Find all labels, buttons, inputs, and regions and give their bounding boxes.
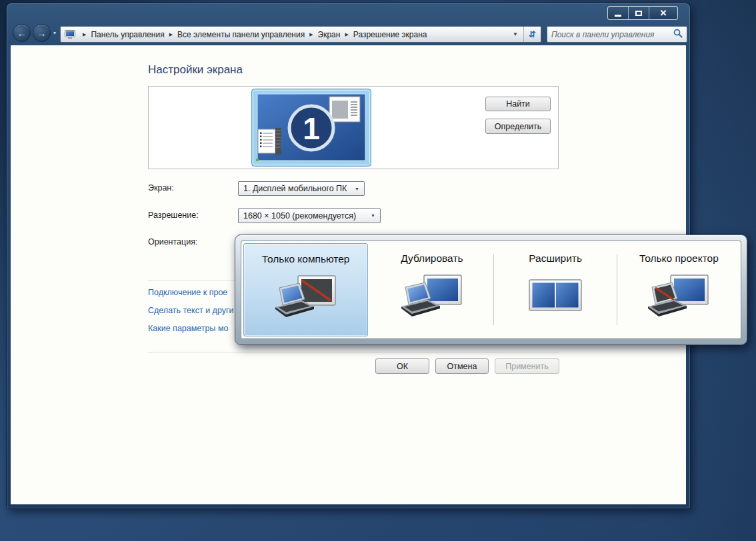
mode-computer-only-label: Только компьютер — [244, 253, 367, 265]
chevron-down-icon: ▼ — [355, 187, 359, 191]
address-dropdown-icon[interactable]: ▼ — [507, 31, 523, 37]
nav-buttons: ← → ▾ — [13, 24, 56, 42]
make-text-larger-link[interactable]: Сделать текст и други — [148, 306, 234, 315]
close-icon: ✕ — [660, 9, 667, 17]
disabled-laptop-with-monitor-icon — [644, 270, 713, 322]
projector-mode-panel: Только компьютер Дублировать — [235, 235, 747, 345]
screen-select-value: 1. Дисплей мобильного ПК — [243, 184, 347, 193]
window-controls: ✕ — [607, 6, 678, 20]
dual-monitor-icon — [521, 270, 590, 322]
resolution-select-value: 1680 × 1050 (рекомендуется) — [243, 211, 356, 221]
minimize-icon — [615, 15, 621, 17]
mode-computer-only[interactable]: Только компьютер — [243, 243, 368, 336]
breadcrumb-item-screen-resolution[interactable]: Разрешение экрана — [353, 30, 427, 39]
projector-mode-options: Только компьютер Дублировать — [241, 241, 741, 339]
resolution-select[interactable]: 1680 × 1050 (рекомендуется) ▼ — [238, 208, 381, 223]
back-arrow-icon: ← — [17, 28, 27, 39]
connect-projector-link[interactable]: Подключение к прое — [148, 288, 227, 297]
mode-projector-only-label: Только проектор — [617, 253, 741, 265]
display-settings-help-link[interactable]: Какие параметры мо — [148, 324, 229, 333]
titlebar[interactable]: ✕ — [7, 3, 690, 23]
breadcrumb-item-control-panel[interactable]: Панель управления — [91, 30, 164, 39]
laptop-with-disabled-monitor-icon — [271, 270, 341, 322]
breadcrumb-item-display[interactable]: Экран — [318, 30, 341, 39]
mode-duplicate[interactable]: Дублировать — [370, 241, 493, 338]
history-dropdown-icon[interactable]: ▾ — [53, 30, 56, 36]
forward-arrow-icon: → — [37, 28, 47, 39]
mode-extend[interactable]: Расширить — [494, 241, 617, 338]
monitor-1-preview-icon[interactable]: 1 — [251, 88, 372, 169]
forward-button[interactable]: → — [33, 24, 51, 42]
monitor-preview-box: 1 Найти Определить — [148, 86, 559, 169]
screen-select[interactable]: 1. Дисплей мобильного ПК ▼ — [238, 181, 365, 196]
search-icon[interactable] — [673, 29, 683, 41]
maximize-icon — [635, 11, 642, 16]
address-bar[interactable]: ▶ Панель управления ▶ Все элементы панел… — [60, 26, 541, 43]
screen-field-label: Экран: — [148, 183, 174, 193]
ok-button[interactable]: ОК — [375, 358, 429, 374]
close-button[interactable]: ✕ — [649, 7, 677, 19]
resolution-field-label: Разрешение: — [148, 211, 199, 220]
apply-button: Применить — [495, 358, 559, 374]
mode-extend-label: Расширить — [494, 253, 617, 265]
refresh-icon[interactable]: ⇵ — [523, 27, 541, 42]
laptop-with-monitor-icon — [397, 270, 467, 322]
breadcrumb-separator-icon: ▶ — [305, 32, 317, 37]
find-button[interactable]: Найти — [485, 97, 551, 111]
search-input[interactable] — [551, 30, 673, 39]
breadcrumb-separator-icon: ▶ — [165, 32, 177, 37]
page-title: Настройки экрана — [148, 63, 243, 77]
navigation-bar: ← → ▾ ▶ Панель управления ▶ В — [7, 23, 690, 45]
mode-projector-only[interactable]: Только проектор — [617, 241, 741, 338]
mode-duplicate-label: Дублировать — [370, 253, 493, 265]
display-icon — [65, 30, 75, 39]
desktop-background: ✕ ← → ▾ — [0, 0, 756, 541]
back-button[interactable]: ← — [13, 24, 31, 42]
chevron-down-icon: ▼ — [371, 213, 375, 218]
search-box — [547, 26, 687, 43]
buttons-divider — [148, 352, 559, 352]
identify-button[interactable]: Определить — [485, 119, 551, 134]
minimize-button[interactable] — [608, 7, 629, 19]
breadcrumb-item-all-items[interactable]: Все элементы панели управления — [177, 30, 305, 39]
maximize-button[interactable] — [629, 7, 649, 19]
orientation-field-label: Ориентация: — [148, 237, 197, 247]
cancel-button[interactable]: Отмена — [435, 358, 489, 374]
breadcrumb-separator-icon: ▶ — [78, 32, 91, 37]
breadcrumb-separator-icon: ▶ — [340, 32, 353, 37]
monitor-number: 1 — [303, 111, 320, 146]
